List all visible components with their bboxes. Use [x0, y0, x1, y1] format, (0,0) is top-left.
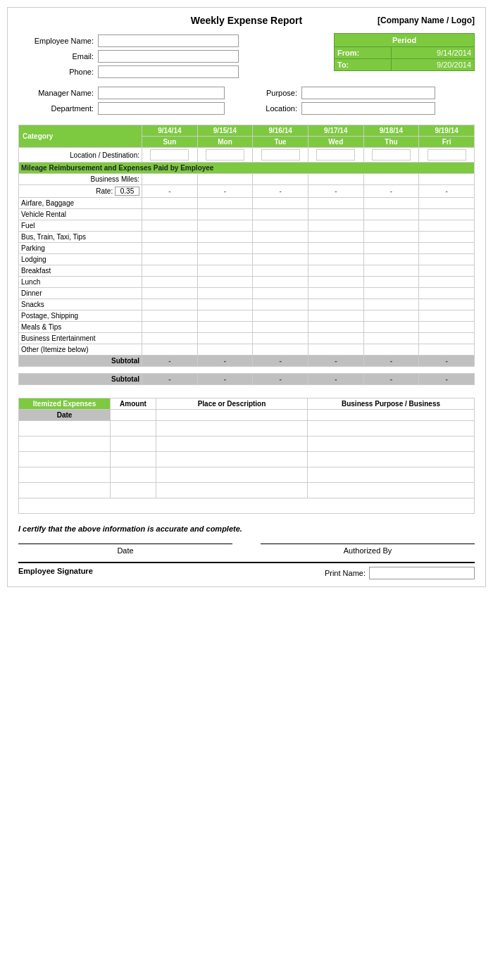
meals-thu[interactable]	[366, 323, 417, 331]
bizent-fri[interactable]	[421, 334, 472, 342]
item-date-3[interactable]	[22, 456, 107, 463]
email-input[interactable]	[98, 50, 239, 63]
item-amount-1[interactable]	[113, 425, 153, 432]
bus-mon[interactable]	[200, 233, 251, 241]
lunch-sun[interactable]	[144, 278, 195, 286]
lodging-fri[interactable]	[421, 256, 472, 263]
item-place-4[interactable]	[159, 471, 304, 479]
item-purpose-1[interactable]	[311, 425, 471, 432]
item-date-4[interactable]	[22, 471, 107, 479]
meals-mon[interactable]	[200, 323, 251, 331]
item-purpose-3[interactable]	[311, 456, 471, 463]
miles-wed[interactable]	[311, 175, 361, 183]
parking-thu[interactable]	[366, 244, 417, 252]
postage-tue[interactable]	[255, 312, 306, 320]
bus-thu[interactable]	[366, 233, 417, 241]
dinner-wed[interactable]	[311, 289, 361, 297]
airfare-wed[interactable]	[311, 199, 361, 207]
parking-fri[interactable]	[421, 244, 472, 252]
miles-tue[interactable]	[255, 175, 306, 183]
miles-mon[interactable]	[200, 175, 251, 183]
lodging-mon[interactable]	[200, 256, 251, 263]
breakfast-wed[interactable]	[311, 267, 361, 275]
snacks-mon[interactable]	[200, 301, 251, 308]
phone-input[interactable]	[98, 65, 239, 78]
meals-fri[interactable]	[421, 323, 472, 331]
fuel-sun[interactable]	[144, 222, 195, 230]
item-date-6[interactable]	[22, 502, 108, 510]
employee-name-input[interactable]	[98, 34, 239, 47]
parking-sun[interactable]	[144, 244, 195, 252]
parking-tue[interactable]	[255, 244, 306, 252]
location-input-main[interactable]	[301, 102, 435, 115]
dinner-thu[interactable]	[366, 289, 417, 297]
bus-wed[interactable]	[311, 233, 361, 241]
postage-mon[interactable]	[200, 312, 251, 320]
airfare-tue[interactable]	[255, 199, 306, 207]
snacks-wed[interactable]	[311, 301, 361, 308]
dinner-fri[interactable]	[421, 289, 472, 297]
other-mon[interactable]	[200, 346, 251, 353]
location-thu[interactable]	[372, 149, 411, 161]
item-amount-2[interactable]	[113, 440, 153, 448]
item-date-5[interactable]	[22, 486, 107, 494]
location-tue[interactable]	[261, 149, 300, 161]
manager-name-input[interactable]	[98, 87, 225, 99]
fuel-fri[interactable]	[421, 222, 472, 230]
airfare-thu[interactable]	[366, 199, 417, 207]
item-date-2[interactable]	[22, 440, 107, 448]
snacks-fri[interactable]	[421, 301, 472, 308]
other-sun[interactable]	[144, 346, 195, 353]
lodging-tue[interactable]	[255, 256, 306, 263]
other-tue[interactable]	[255, 346, 306, 353]
item-place-2[interactable]	[159, 440, 304, 448]
dinner-mon[interactable]	[200, 289, 251, 297]
vehicle-thu[interactable]	[366, 211, 417, 218]
parking-mon[interactable]	[200, 244, 251, 252]
bizent-tue[interactable]	[255, 334, 306, 342]
lodging-thu[interactable]	[366, 256, 417, 263]
fuel-mon[interactable]	[200, 222, 251, 230]
postage-sun[interactable]	[144, 312, 195, 320]
item-purpose-2[interactable]	[311, 440, 471, 448]
lunch-wed[interactable]	[311, 278, 361, 286]
miles-sun[interactable]	[144, 175, 195, 183]
meals-wed[interactable]	[311, 323, 361, 331]
fuel-thu[interactable]	[366, 222, 417, 230]
parking-wed[interactable]	[311, 244, 361, 252]
other-wed[interactable]	[311, 346, 361, 353]
location-wed[interactable]	[316, 149, 355, 161]
department-input[interactable]	[98, 102, 225, 115]
breakfast-fri[interactable]	[421, 267, 472, 275]
lodging-wed[interactable]	[311, 256, 361, 263]
miles-fri[interactable]	[421, 175, 472, 183]
item-place-3[interactable]	[159, 456, 304, 463]
item-purpose-5[interactable]	[311, 486, 471, 494]
snacks-tue[interactable]	[255, 301, 306, 308]
other-thu[interactable]	[366, 346, 417, 353]
location-mon[interactable]	[206, 149, 244, 161]
fuel-wed[interactable]	[311, 222, 361, 230]
item-amount-5[interactable]	[113, 486, 153, 494]
bus-sun[interactable]	[144, 233, 195, 241]
airfare-mon[interactable]	[200, 199, 251, 207]
lunch-mon[interactable]	[200, 278, 251, 286]
breakfast-tue[interactable]	[255, 267, 306, 275]
bizent-mon[interactable]	[200, 334, 251, 342]
breakfast-sun[interactable]	[144, 267, 195, 275]
breakfast-thu[interactable]	[366, 267, 417, 275]
bizent-thu[interactable]	[366, 334, 417, 342]
item-amount-4[interactable]	[113, 471, 153, 479]
airfare-sun[interactable]	[144, 199, 195, 207]
bus-tue[interactable]	[255, 233, 306, 241]
print-name-input[interactable]	[369, 567, 475, 579]
vehicle-fri[interactable]	[421, 211, 472, 218]
lunch-thu[interactable]	[366, 278, 417, 286]
vehicle-mon[interactable]	[200, 211, 251, 218]
item-date-1[interactable]	[22, 425, 107, 432]
meals-sun[interactable]	[144, 323, 195, 331]
item-purpose-4[interactable]	[311, 471, 471, 479]
bizent-wed[interactable]	[311, 334, 361, 342]
postage-fri[interactable]	[421, 312, 472, 320]
purpose-input[interactable]	[301, 87, 435, 99]
